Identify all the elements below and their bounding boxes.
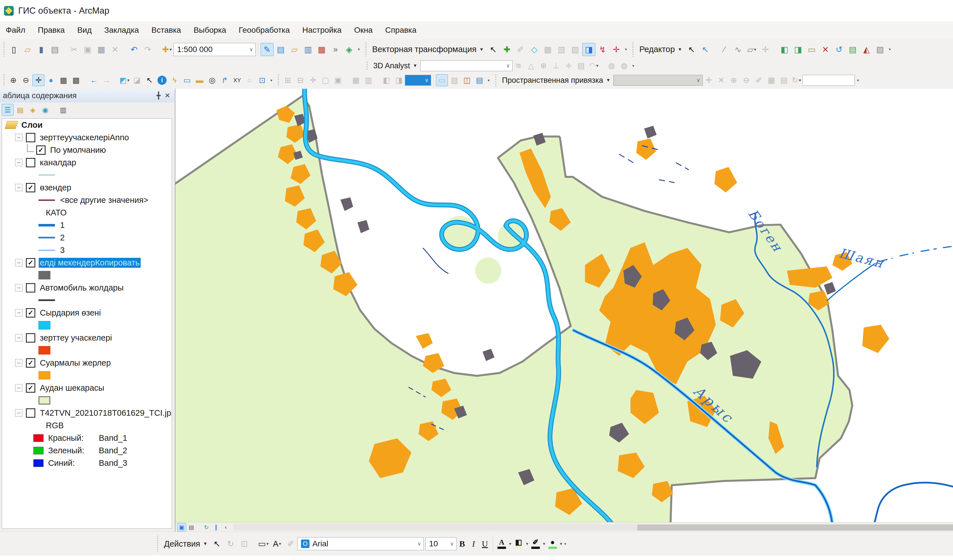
layer-label[interactable]: өзендер xyxy=(39,183,72,193)
add-new-links-icon[interactable]: ✛ xyxy=(610,43,623,56)
sublayer-checkbox[interactable]: ✓ xyxy=(36,145,45,155)
toolbar-overflow[interactable]: ▾ xyxy=(855,74,861,87)
html-popup-icon[interactable]: ▭ xyxy=(181,74,193,86)
toc-layer-item[interactable]: –✓Аудан шекарасы xyxy=(2,382,172,394)
link-table-icon[interactable]: ◨ xyxy=(582,43,595,56)
draw-shape-icon[interactable]: ▭▾ xyxy=(257,537,270,550)
toolbar-grip[interactable] xyxy=(3,74,5,86)
undo-icon[interactable]: ↶ xyxy=(127,43,141,56)
expander-icon[interactable]: – xyxy=(15,259,22,266)
georeferencing-menu[interactable]: Пространственная привязка▼ xyxy=(499,75,613,86)
italic-button[interactable]: I xyxy=(468,538,479,550)
layer-label[interactable]: Аудан шекарасы xyxy=(39,383,106,393)
layer-checkbox[interactable]: ✓ xyxy=(26,358,35,368)
more-editing-icon[interactable]: ▨ xyxy=(874,43,887,56)
edit-annotation-tool-icon[interactable]: ↖ xyxy=(699,43,712,56)
back-extent-icon[interactable]: ← xyxy=(88,74,100,86)
menu-item-10[interactable]: Справка xyxy=(385,26,417,35)
layer-checkbox[interactable]: ✓ xyxy=(26,183,35,192)
layer-label[interactable]: зерттеуучаскелеріAnno xyxy=(39,133,130,142)
toc-layer-item[interactable]: –✓Сырдария өзені xyxy=(2,306,172,319)
toc-sublayer-item[interactable]: ✓По умолчанию xyxy=(2,144,172,156)
layer-label[interactable]: Автомобиль жолдары xyxy=(39,283,125,293)
expander-icon[interactable]: – xyxy=(15,334,22,342)
full-extent-globe-icon[interactable]: ● xyxy=(45,74,57,86)
pause-drawing-icon[interactable]: ∥ xyxy=(211,523,221,532)
cut-polygons-icon[interactable]: ✕ xyxy=(819,43,832,56)
layer-checkbox[interactable] xyxy=(26,133,35,142)
viewer-window-icon[interactable]: ⊡ xyxy=(256,74,268,86)
toolbar-grip[interactable] xyxy=(632,42,634,57)
catalog-window-icon[interactable]: ▱ xyxy=(288,43,301,56)
pan-hand-icon[interactable]: ✛ xyxy=(33,74,44,86)
new-document-icon[interactable]: ▯ xyxy=(8,43,20,56)
layer-label[interactable]: T42TVN_20210718T061629_TCI.jp2 xyxy=(39,408,172,418)
edit-tool-icon[interactable]: ↖ xyxy=(685,43,698,56)
chevron-down-icon[interactable]: ∨ xyxy=(418,541,421,547)
layer-checkbox[interactable]: ✓ xyxy=(26,308,35,317)
toolbar-overflow[interactable]: ▾ xyxy=(623,43,629,56)
list-by-visibility-icon[interactable]: ◈ xyxy=(27,104,39,116)
open-folder-icon[interactable]: ▱ xyxy=(21,43,34,56)
toolbar-grip[interactable] xyxy=(365,42,367,57)
toolbar-overflow[interactable]: ▾ xyxy=(630,59,636,72)
pin-icon[interactable]: ╋ xyxy=(156,91,160,100)
toolbar-grip[interactable] xyxy=(3,42,5,57)
sketch-properties-icon[interactable]: ◭ xyxy=(860,43,873,56)
refresh-view-icon[interactable]: ↻ xyxy=(202,523,211,532)
paste-icon[interactable]: ▦ xyxy=(95,43,108,56)
chevron-down-icon[interactable]: ∨ xyxy=(450,541,454,547)
expander-icon[interactable]: – xyxy=(15,284,22,291)
vector-transform-menu[interactable]: Векторная трансформация▼ xyxy=(369,43,487,55)
toolbar-overflow[interactable]: ▾ xyxy=(486,74,492,87)
menu-item-2[interactable]: Правка xyxy=(38,26,65,35)
toolbar-overflow[interactable]: ▾ xyxy=(562,538,568,550)
expander-icon[interactable]: – xyxy=(15,309,22,316)
layer-label[interactable]: Суармалы жерлер xyxy=(39,358,112,368)
straight-segment-icon[interactable]: ∕ xyxy=(718,43,731,56)
editor-menu[interactable]: Редактор▼ xyxy=(636,43,685,55)
analyst-layer-combo[interactable]: ∨ xyxy=(420,60,512,71)
toc-layer-item[interactable]: –✓Суармалы жерлер xyxy=(2,357,172,369)
layout-zoom-combo[interactable]: ∨ xyxy=(405,75,431,86)
layer-checkbox[interactable] xyxy=(26,158,35,167)
list-by-drawing-order-icon[interactable]: ☰ xyxy=(2,104,14,116)
hyperlink-icon[interactable]: ϟ xyxy=(169,74,180,86)
select-cursor-icon[interactable]: ↖ xyxy=(487,43,500,56)
expander-icon[interactable]: – xyxy=(15,409,22,416)
buffer-box-icon[interactable]: ▭ xyxy=(805,43,818,56)
fill-color-button[interactable]: ◧ xyxy=(512,538,525,550)
toc-group-layers[interactable]: Слои xyxy=(2,119,172,131)
link-diamond-icon[interactable]: ◇ xyxy=(528,43,541,56)
fixed-zoom-in-icon[interactable]: ▩ xyxy=(57,74,70,86)
toc-layer-item[interactable]: –✓өзендер xyxy=(2,181,172,194)
chevron-down-icon[interactable]: ▾ xyxy=(543,541,545,546)
layer-label[interactable]: каналдар xyxy=(39,158,78,168)
toolbar-grip[interactable] xyxy=(495,74,497,86)
chevron-down-icon[interactable]: ∨ xyxy=(250,46,253,53)
close-icon[interactable]: ✕ xyxy=(165,91,170,100)
end-point-arc-icon[interactable]: ∿ xyxy=(731,43,745,56)
expander-icon[interactable]: – xyxy=(15,184,22,191)
table-of-contents-icon[interactable]: ▤ xyxy=(274,43,287,56)
python-window-icon[interactable]: » xyxy=(329,43,342,56)
layer-checkbox[interactable]: ✓ xyxy=(26,258,35,268)
find-route-icon[interactable]: ↱ xyxy=(219,74,231,86)
split-tool-icon[interactable]: ◧ xyxy=(778,43,791,56)
chevron-down-icon[interactable]: ▾ xyxy=(509,541,511,546)
select-elements-icon[interactable]: ↖ xyxy=(143,74,155,86)
font-name-combo[interactable]: O Arial ∨ xyxy=(297,537,424,550)
toc-layer-item[interactable]: –каналдар xyxy=(2,156,172,169)
data-view-icon[interactable]: ▣ xyxy=(177,523,186,532)
toc-layer-item[interactable]: –✓елді мекендерКопировать xyxy=(2,256,172,269)
layer-label-selected[interactable]: елді мекендерКопировать xyxy=(39,258,141,268)
go-to-xy-icon[interactable]: XY xyxy=(231,74,243,86)
select-features-icon[interactable]: ◩▾ xyxy=(118,74,130,86)
data-driven-pages-icon[interactable]: ▤ xyxy=(473,74,486,86)
chevron-down-icon[interactable]: ∨ xyxy=(506,63,510,69)
toc-layer-item[interactable]: –зерттеуучаскелеріAnno xyxy=(2,131,172,144)
toc-layer-item[interactable]: –зерттеу учаскелері xyxy=(2,331,172,344)
add-data-icon[interactable]: ✚▾ xyxy=(160,43,174,56)
chevron-down-icon[interactable]: ∨ xyxy=(425,77,428,84)
layer-checkbox[interactable] xyxy=(26,408,35,418)
